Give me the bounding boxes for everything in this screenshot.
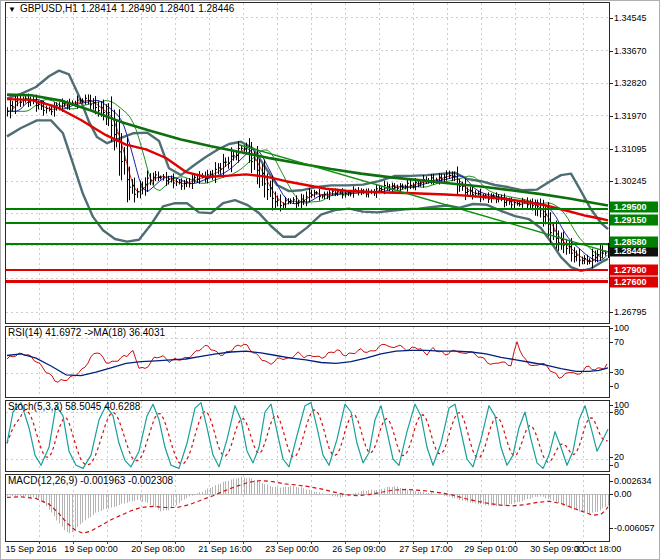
rsi-scale-label: 0 bbox=[614, 381, 619, 391]
macd-indicator-label: MACD(12,26,9) -0.001963 -0.002308 bbox=[8, 475, 173, 486]
stoch-indicator-label: Stoch(5,3,3) 58.5045 40.6288 bbox=[8, 401, 140, 412]
macd-scale-label: -0.006057 bbox=[614, 523, 655, 533]
time-axis-label: 15 Sep 2016 bbox=[5, 544, 56, 554]
price-axis-label: 1.31095 bbox=[614, 144, 647, 154]
resistance-price-badge: 1.29500 bbox=[610, 202, 658, 213]
symbol-label: GBPUSD,H1 bbox=[20, 3, 78, 14]
macd-scale-label: 0.00 bbox=[614, 489, 632, 499]
support-price-badge: 1.27600 bbox=[610, 277, 658, 288]
price-axis-label: 1.33670 bbox=[614, 46, 647, 56]
price-axis-label: 1.30245 bbox=[614, 176, 647, 186]
price-axis-label: 1.32820 bbox=[614, 78, 647, 88]
symbol-dropdown-icon[interactable]: ▼ bbox=[8, 5, 16, 14]
chart-window: ▼GBPUSD,H11.284141.284901.284011.28446 R… bbox=[0, 0, 660, 560]
time-axis-label: 19 Sep 00:00 bbox=[64, 544, 118, 554]
time-axis-label: 29 Sep 01:00 bbox=[464, 544, 518, 554]
macd-scale-label: 0.002634 bbox=[614, 476, 652, 486]
time-axis-label: 20 Sep 08:00 bbox=[131, 544, 185, 554]
price-axis-label: 1.34545 bbox=[614, 13, 647, 23]
time-axis-label: 26 Sep 09:00 bbox=[332, 544, 386, 554]
stoch-scale-label: 0 bbox=[614, 460, 619, 470]
support-price-badge: 1.27900 bbox=[610, 265, 658, 276]
resistance-price-badge: 1.29150 bbox=[610, 215, 658, 226]
time-axis-label: 23 Sep 00:00 bbox=[265, 544, 319, 554]
rsi-scale-label: 30 bbox=[614, 367, 624, 377]
support-price-badge: 1.28580 bbox=[610, 237, 658, 248]
time-axis-label: 3 Oct 18:00 bbox=[575, 544, 622, 554]
stoch-scale-label: 80 bbox=[614, 407, 624, 417]
quote-high: 1.28490 bbox=[120, 3, 156, 14]
quote-low: 1.28401 bbox=[159, 3, 195, 14]
quote-open: 1.28414 bbox=[81, 3, 117, 14]
time-axis-label: 21 Sep 16:00 bbox=[198, 544, 252, 554]
rsi-scale-label: 70 bbox=[614, 337, 624, 347]
time-axis-label: 27 Sep 17:00 bbox=[399, 544, 453, 554]
rsi-scale-label: 100 bbox=[614, 323, 629, 333]
price-axis-label: 1.31970 bbox=[614, 111, 647, 121]
chart-title: ▼GBPUSD,H11.284141.284901.284011.28446 bbox=[8, 3, 237, 14]
rsi-indicator-label: RSI(14) 41.6972 ->MA(18) 36.4031 bbox=[8, 327, 165, 338]
price-axis-label: 1.26795 bbox=[614, 307, 647, 317]
quote-close: 1.28446 bbox=[198, 3, 234, 14]
